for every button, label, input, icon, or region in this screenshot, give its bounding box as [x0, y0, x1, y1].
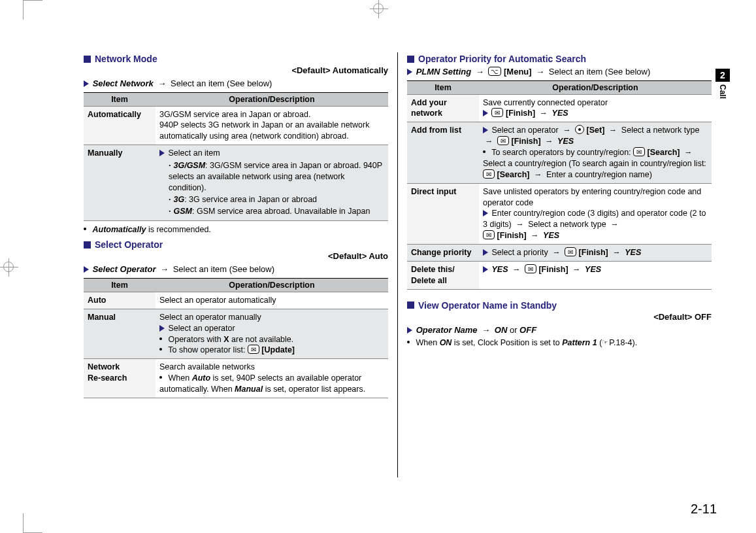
- arrow-right-icon: [572, 264, 581, 275]
- default-value: <Default> OFF: [407, 312, 712, 322]
- bullet-icon: [159, 337, 162, 340]
- list-item: 3G: 3G service area in Japan or abroad: [169, 194, 384, 205]
- navigation-path: Operator Name ON or OFF: [407, 324, 712, 336]
- section-heading: Select Operator: [84, 239, 388, 250]
- section-title: Operator Priority for Automatic Search: [418, 54, 586, 64]
- arrow-right-icon: [536, 66, 544, 78]
- registration-mark-icon: [3, 262, 14, 272]
- item-cell: Add your network: [407, 94, 479, 122]
- chevron-right-icon: [483, 249, 488, 256]
- section-title: Select Operator: [95, 239, 163, 250]
- arrow-right-icon: [531, 230, 539, 241]
- column-header-desc: Operation/Description: [156, 92, 388, 106]
- arrow-right-icon: [563, 125, 571, 136]
- chevron-right-icon: [483, 210, 488, 216]
- default-value: <Default> Auto: [84, 251, 388, 261]
- navigation-path: Select Network Select an item (See below…: [84, 78, 388, 90]
- chevron-right-icon: [483, 110, 488, 116]
- square-bullet-icon: [84, 241, 91, 249]
- desc-cell: Select a priority ✉ [Finish] YES: [479, 245, 712, 262]
- chevron-right-icon: [483, 266, 488, 273]
- item-cell: Auto: [84, 292, 156, 309]
- default-value: <Default> Automatically: [84, 65, 388, 75]
- options-table: Item Operation/Description Auto Select a…: [84, 278, 388, 398]
- desc-cell: Select an item 3G/GSM: 3G/GSM service ar…: [156, 145, 388, 221]
- table-row: Manually Select an item 3G/GSM: 3G/GSM s…: [84, 145, 388, 221]
- crop-mark: [23, 513, 42, 533]
- arrow-right-icon: [545, 136, 553, 147]
- arrow-right-icon: [476, 66, 484, 78]
- bullet-icon: [84, 228, 86, 230]
- chevron-right-icon: [159, 150, 165, 156]
- mail-key-icon: ✉: [525, 264, 536, 273]
- arrow-right-icon: [684, 147, 693, 158]
- desc-cell: 3G/GSM service area in Japan or abroad. …: [156, 106, 388, 145]
- chevron-right-icon: [407, 327, 412, 334]
- arrow-right-icon: [482, 324, 490, 336]
- note: When ON is set, Clock Position is set to…: [407, 338, 712, 347]
- mail-key-icon: ✉: [497, 136, 509, 145]
- chevron-right-icon: [84, 266, 89, 273]
- registration-mark-icon: [373, 3, 384, 14]
- table-row: Manual Select an operator manually Selec…: [84, 309, 388, 359]
- navigation-path: PLMN Setting ⌥ [Menu] Select an item (Se…: [407, 66, 712, 78]
- table-row: Automatically 3G/GSM service area in Jap…: [84, 106, 388, 145]
- item-cell: Change priority: [407, 245, 479, 262]
- note: Automatically is recommended.: [84, 225, 388, 234]
- mail-key-icon: ✉: [483, 230, 495, 239]
- column-header-desc: Operation/Description: [479, 80, 712, 94]
- item-cell: Manually: [84, 145, 156, 221]
- page: 2 Call Network Mode <Default> Automatica…: [0, 0, 756, 533]
- column-header-item: Item: [84, 92, 156, 106]
- chevron-right-icon: [84, 80, 89, 87]
- bullet-icon: [159, 348, 162, 351]
- chevron-right-icon: [159, 325, 165, 332]
- table-header-row: Item Operation/Description: [84, 278, 388, 292]
- right-column: Operator Priority for Automatic Search P…: [402, 52, 717, 500]
- table-header-row: Item Operation/Description: [407, 80, 712, 94]
- item-cell: Manual: [84, 309, 156, 359]
- item-cell: Automatically: [84, 106, 156, 145]
- arrow-right-icon: [512, 264, 521, 275]
- table-row: Direct input Save unlisted operators by …: [407, 183, 712, 244]
- arrow-right-icon: [612, 247, 621, 258]
- section-heading: View Operator Name in Standby: [407, 300, 712, 311]
- bullet-icon: [483, 150, 485, 153]
- arrow-right-icon: [552, 247, 561, 258]
- table-row: Auto Select an operator automatically: [84, 292, 388, 309]
- page-number: 2-11: [691, 502, 717, 517]
- center-key-icon: [575, 125, 584, 134]
- menu-key-icon: ⌥: [488, 67, 501, 76]
- mail-key-icon: ✉: [565, 247, 576, 256]
- table-row: Add your network Save currently connecte…: [407, 94, 712, 122]
- sub-list: 3G/GSM: 3G/GSM service area in Japan or …: [169, 160, 384, 216]
- square-bullet-icon: [84, 56, 91, 63]
- arrow-right-icon: [610, 219, 619, 230]
- arrow-right-icon: [609, 125, 617, 136]
- item-cell: Delete this/ Delete all: [407, 261, 479, 289]
- column-header-desc: Operation/Description: [156, 278, 388, 292]
- column-separator: [397, 52, 398, 477]
- item-cell: Network Re-search: [84, 359, 156, 398]
- arrow-right-icon: [516, 219, 524, 230]
- chevron-right-icon: [407, 69, 412, 75]
- column-header-item: Item: [407, 80, 479, 94]
- mail-key-icon: ✉: [491, 108, 503, 117]
- desc-cell: Save currently connected operator ✉ [Fin…: [479, 94, 712, 122]
- table-row: Change priority Select a priority ✉ [Fin…: [407, 245, 712, 262]
- list-item: 3G/GSM: 3G/GSM service area in Japan or …: [169, 160, 384, 194]
- mail-key-icon: ✉: [483, 169, 495, 179]
- desc-cell: Select an operator automatically: [156, 292, 388, 309]
- side-tab: 2 Call: [715, 69, 730, 101]
- crop-mark: [23, 0, 42, 20]
- arrow-right-icon: [485, 136, 493, 147]
- options-table: Item Operation/Description Automatically…: [84, 92, 388, 222]
- options-table: Item Operation/Description Add your netw…: [407, 80, 712, 290]
- table-row: Add from list Select an operator [Set] S…: [407, 122, 712, 183]
- desc-cell: YES ✉ [Finish] YES: [479, 261, 712, 289]
- section-title: Network Mode: [95, 54, 157, 64]
- desc-cell: Select an operator [Set] Select a networ…: [479, 122, 712, 183]
- left-column: Network Mode <Default> Automatically Sel…: [78, 52, 393, 500]
- square-bullet-icon: [407, 301, 414, 309]
- content-area: Network Mode <Default> Automatically Sel…: [78, 52, 717, 500]
